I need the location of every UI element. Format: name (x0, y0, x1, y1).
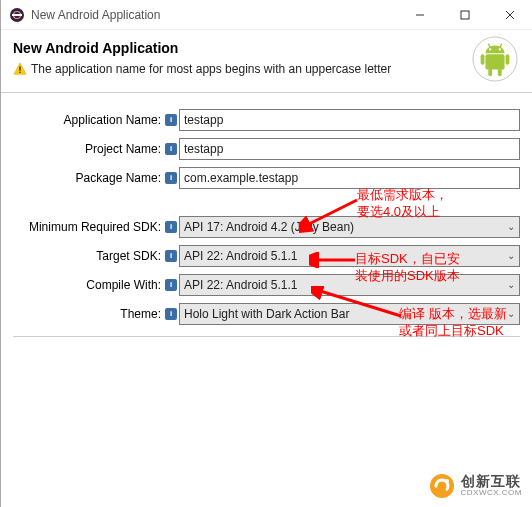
row-min-sdk: Minimum Required SDK: i API 17: Android … (13, 214, 520, 239)
label-compile-with: Compile With: (13, 278, 163, 292)
help-icon[interactable]: i (165, 172, 177, 184)
svg-rect-4 (461, 11, 469, 19)
row-app-name: Application Name: i (13, 107, 520, 132)
svg-point-23 (430, 474, 454, 498)
theme-value: Holo Light with Dark Action Bar (184, 307, 349, 321)
separator (1, 92, 532, 93)
svg-point-18 (489, 48, 491, 50)
chevron-down-icon: ⌄ (507, 308, 515, 319)
svg-rect-2 (12, 14, 22, 16)
project-name-input[interactable] (179, 138, 520, 160)
row-theme: Theme: i Holo Light with Dark Action Bar… (13, 301, 520, 326)
help-icon[interactable]: i (165, 250, 177, 262)
svg-rect-9 (19, 72, 20, 73)
wizard-banner: New Android Application The application … (1, 30, 532, 86)
package-name-input[interactable] (179, 167, 520, 189)
label-theme: Theme: (13, 307, 163, 321)
row-target-sdk: Target SDK: i API 22: Android 5.1.1 ⌄ (13, 243, 520, 268)
svg-rect-13 (506, 54, 510, 65)
window-title: New Android Application (31, 8, 397, 22)
help-icon[interactable]: i (165, 143, 177, 155)
compile-with-select[interactable]: API 22: Android 5.1.1 ⌄ (179, 274, 520, 296)
target-sdk-select[interactable]: API 22: Android 5.1.1 ⌄ (179, 245, 520, 267)
svg-point-19 (499, 48, 501, 50)
chevron-down-icon: ⌄ (507, 250, 515, 261)
row-package-name: Package Name: i (13, 165, 520, 190)
minimize-icon (415, 10, 425, 20)
svg-rect-11 (485, 54, 504, 69)
form-area: Application Name: i Project Name: i Pack… (1, 107, 532, 326)
android-icon (472, 36, 518, 82)
svg-rect-12 (481, 54, 485, 65)
titlebar: New Android Application (1, 0, 532, 30)
label-app-name: Application Name: (13, 113, 163, 127)
svg-rect-14 (488, 69, 492, 77)
maximize-button[interactable] (442, 0, 487, 30)
svg-rect-15 (498, 69, 502, 77)
theme-select[interactable]: Holo Light with Dark Action Bar ⌄ (179, 303, 520, 325)
min-sdk-value: API 17: Android 4.2 (Jelly Bean) (184, 220, 354, 234)
label-package-name: Package Name: (13, 171, 163, 185)
close-icon (505, 10, 515, 20)
chevron-down-icon: ⌄ (507, 221, 515, 232)
label-min-sdk: Minimum Required SDK: (13, 220, 163, 234)
watermark-en: CDXWCX.COM (461, 489, 522, 497)
label-project-name: Project Name: (13, 142, 163, 156)
separator (13, 336, 520, 337)
minimize-button[interactable] (397, 0, 442, 30)
eclipse-icon (9, 7, 25, 23)
close-button[interactable] (487, 0, 532, 30)
row-project-name: Project Name: i (13, 136, 520, 161)
label-target-sdk: Target SDK: (13, 249, 163, 263)
row-compile-with: Compile With: i API 22: Android 5.1.1 ⌄ (13, 272, 520, 297)
application-name-input[interactable] (179, 109, 520, 131)
compile-with-value: API 22: Android 5.1.1 (184, 278, 297, 292)
watermark: 创新互联 CDXWCX.COM (429, 473, 522, 499)
help-icon[interactable]: i (165, 308, 177, 320)
maximize-icon (460, 10, 470, 20)
watermark-icon (429, 473, 455, 499)
help-icon[interactable]: i (165, 221, 177, 233)
warning-text: The application name for most apps begin… (31, 62, 391, 76)
chevron-down-icon: ⌄ (507, 279, 515, 290)
svg-point-24 (445, 479, 449, 483)
warning-row: The application name for most apps begin… (13, 62, 520, 76)
target-sdk-value: API 22: Android 5.1.1 (184, 249, 297, 263)
warning-icon (13, 62, 27, 76)
page-title: New Android Application (13, 40, 520, 56)
help-icon[interactable]: i (165, 114, 177, 126)
help-icon[interactable]: i (165, 279, 177, 291)
min-sdk-select[interactable]: API 17: Android 4.2 (Jelly Bean) ⌄ (179, 216, 520, 238)
window-controls (397, 0, 532, 29)
svg-rect-8 (19, 66, 20, 70)
watermark-cn: 创新互联 (461, 474, 522, 489)
